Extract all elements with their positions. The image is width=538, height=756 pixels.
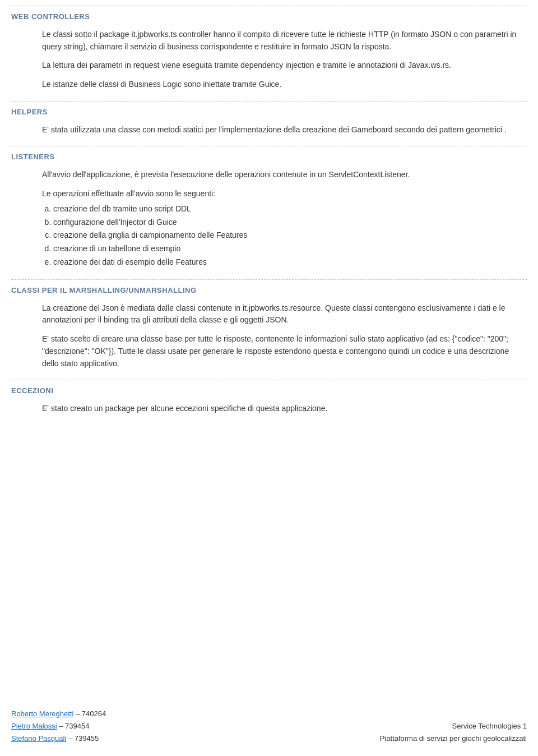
- list-item: configurazione dell'Injector di Guice: [53, 216, 527, 229]
- marshalling-para-1: La creazione del Json è mediata dalle cl…: [42, 302, 527, 326]
- section-title-eccezioni: ECCEZIONI: [11, 386, 53, 395]
- section-eccezioni: ECCEZIONI E' stato creato un package per…: [11, 380, 527, 425]
- section-body-eccezioni: E' stato creato un package per alcune ec…: [11, 398, 527, 425]
- author-1: Roberto Mereghetti – 740264: [11, 708, 106, 720]
- footer-right-line1: Service Technologies 1: [380, 720, 527, 732]
- footer-left: Roberto Mereghetti – 740264 Pietro Malos…: [11, 708, 106, 745]
- list-item: creazione di un tabellone di esempio: [53, 242, 527, 256]
- author-3-link[interactable]: Stefano Pasquali: [11, 734, 66, 743]
- section-title-listeners: LISTENERS: [11, 153, 54, 161]
- section-header-eccezioni: ECCEZIONI: [11, 380, 527, 398]
- web-controllers-para-3: Le istanze delle classi di Business Logi…: [42, 79, 527, 91]
- section-header-helpers: HELPERS: [11, 102, 527, 119]
- eccezioni-para-1: E' stato creato un package per alcune ec…: [42, 403, 527, 415]
- section-body-helpers: E' stata utilizzata una classe con metod…: [11, 119, 527, 146]
- author-2: Pietro Malossi – 739454: [11, 720, 106, 732]
- section-header-marshalling: CLASSI PER IL MARSHALLING/UNMARSHALLING: [11, 280, 527, 298]
- web-controllers-para-2: La lettura dei parametri in request vien…: [42, 59, 527, 72]
- web-controllers-para-1: Le classi sotto il package it.jpbworks.t…: [42, 29, 527, 53]
- author-1-id: – 740264: [73, 709, 106, 718]
- section-title-web-controllers: WEB CONTROLLERS: [11, 12, 90, 21]
- list-item: creazione dei dati di esempio delle Feat…: [53, 256, 527, 269]
- author-2-id: – 739454: [57, 722, 90, 730]
- helpers-para-1: E' stata utilizzata una classe con metod…: [42, 124, 527, 136]
- author-3-id: – 739455: [66, 734, 99, 743]
- author-2-link[interactable]: Pietro Malossi: [11, 722, 57, 730]
- listeners-intro: All'avvio dell'applicazione, è prevista …: [42, 169, 527, 181]
- section-marshalling: CLASSI PER IL MARSHALLING/UNMARSHALLING …: [11, 279, 527, 380]
- footer-right: Service Technologies 1 Piattaforma di se…: [380, 720, 527, 745]
- footer-right-line2: Piattaforma di servizi per giochi geoloc…: [380, 732, 527, 745]
- list-item: creazione del db tramite uno script DDL: [53, 202, 527, 216]
- section-helpers: HELPERS E' stata utilizzata una classe c…: [11, 101, 527, 146]
- section-header-listeners: LISTENERS: [11, 146, 527, 164]
- section-body-web-controllers: Le classi sotto il package it.jpbworks.t…: [11, 24, 527, 101]
- section-body-listeners: All'avvio dell'applicazione, è prevista …: [11, 164, 527, 279]
- section-title-helpers: HELPERS: [11, 108, 48, 116]
- section-header-web-controllers: WEB CONTROLLERS: [11, 6, 527, 24]
- section-listeners: LISTENERS All'avvio dell'applicazione, è…: [11, 146, 527, 279]
- author-1-link[interactable]: Roberto Mereghetti: [11, 709, 73, 718]
- section-body-marshalling: La creazione del Json è mediata dalle cl…: [11, 298, 527, 380]
- footer: Roberto Mereghetti – 740264 Pietro Malos…: [11, 708, 527, 745]
- author-3: Stefano Pasquali – 739455: [11, 732, 106, 745]
- section-web-controllers: WEB CONTROLLERS Le classi sotto il packa…: [11, 6, 527, 101]
- section-title-marshalling: CLASSI PER IL MARSHALLING/UNMARSHALLING: [11, 286, 197, 294]
- page-content: WEB CONTROLLERS Le classi sotto il packa…: [0, 0, 538, 470]
- listeners-list: creazione del db tramite uno script DDL …: [53, 202, 527, 269]
- listeners-list-intro: Le operazioni effettuate all'avvio sono …: [42, 188, 527, 200]
- marshalling-para-2: E' stato scelto di creare una classe bas…: [42, 333, 527, 370]
- list-item: creazione della griglia di campionamento…: [53, 229, 527, 242]
